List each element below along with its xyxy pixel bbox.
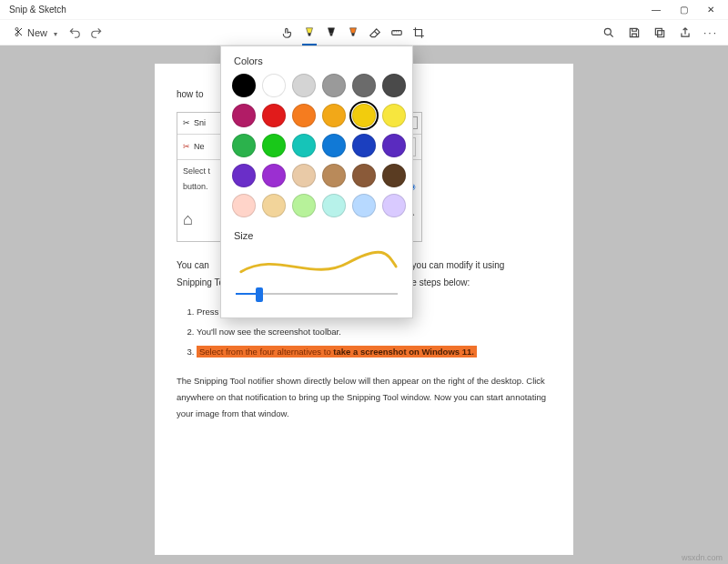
svg-rect-3 bbox=[655, 28, 662, 35]
window-controls: — ▢ ✕ bbox=[642, 1, 724, 19]
step3-pre: Select from the four alternatives to bbox=[199, 347, 333, 357]
card-row2-text: Ne bbox=[194, 139, 205, 155]
ruler-icon bbox=[390, 26, 403, 39]
color-swatch[interactable] bbox=[232, 194, 256, 217]
step3-bold: take a screenshot on Windows 11. bbox=[333, 347, 474, 357]
color-swatch[interactable] bbox=[382, 104, 406, 127]
svg-rect-0 bbox=[391, 30, 401, 35]
watermark-text: wsxdn.com bbox=[682, 553, 723, 562]
scissors-small-icon: ✂ bbox=[183, 116, 190, 131]
scissors-icon bbox=[13, 26, 24, 39]
paragraph-2: The Snipping Tool notifier shown directl… bbox=[177, 373, 551, 422]
color-swatch[interactable] bbox=[352, 74, 376, 97]
maximize-button[interactable]: ▢ bbox=[670, 1, 697, 19]
color-swatch[interactable] bbox=[382, 134, 406, 157]
color-swatch[interactable] bbox=[292, 74, 316, 97]
highlighter-yellow-button[interactable] bbox=[299, 23, 319, 43]
touch-write-icon bbox=[281, 26, 294, 39]
color-swatch[interactable] bbox=[382, 74, 406, 97]
color-swatch[interactable] bbox=[262, 104, 286, 127]
toolbar-center bbox=[108, 23, 597, 43]
touch-write-button[interactable] bbox=[278, 23, 298, 43]
share-button[interactable] bbox=[675, 23, 695, 43]
crop-button[interactable] bbox=[409, 23, 429, 43]
color-swatch[interactable] bbox=[322, 194, 346, 217]
color-swatch[interactable] bbox=[322, 74, 346, 97]
color-swatch[interactable] bbox=[382, 194, 406, 217]
size-slider[interactable] bbox=[232, 285, 401, 303]
ruler-button[interactable] bbox=[387, 23, 407, 43]
colors-label: Colors bbox=[234, 55, 401, 66]
eraser-button[interactable] bbox=[365, 23, 385, 43]
title-bar: Snip & Sketch — ▢ ✕ bbox=[0, 0, 728, 20]
step-3: Select from the four alternatives to tak… bbox=[197, 344, 551, 360]
color-swatch[interactable] bbox=[322, 134, 346, 157]
chevron-down-icon bbox=[51, 27, 57, 38]
color-swatch[interactable] bbox=[292, 194, 316, 217]
more-icon: ··· bbox=[703, 26, 718, 39]
zoom-button[interactable] bbox=[599, 23, 619, 43]
step2-text: You'll now see the screenshot toolbar. bbox=[197, 327, 341, 337]
highlighter-yellow-icon bbox=[303, 26, 316, 39]
color-swatch[interactable] bbox=[232, 134, 256, 157]
app-window: Snip & Sketch — ▢ ✕ New bbox=[0, 0, 728, 564]
color-swatch[interactable] bbox=[352, 134, 376, 157]
redo-button[interactable] bbox=[86, 23, 106, 43]
save-icon bbox=[628, 26, 641, 39]
scissors-small-icon: ✂ bbox=[183, 139, 190, 155]
highlighter-black-icon bbox=[325, 26, 338, 39]
color-swatch[interactable] bbox=[352, 194, 376, 217]
new-button-label: New bbox=[27, 27, 47, 38]
slider-thumb[interactable] bbox=[256, 287, 263, 302]
color-swatch[interactable] bbox=[322, 104, 346, 127]
svg-point-1 bbox=[604, 28, 611, 35]
body-frag-1: You can bbox=[177, 260, 209, 270]
color-swatch[interactable] bbox=[262, 164, 286, 187]
color-swatch[interactable] bbox=[232, 164, 256, 187]
color-swatch[interactable] bbox=[352, 104, 376, 127]
share-icon bbox=[679, 26, 692, 39]
color-swatch[interactable] bbox=[232, 104, 256, 127]
color-swatch[interactable] bbox=[262, 74, 286, 97]
highlighter-black-button[interactable] bbox=[321, 23, 341, 43]
color-swatch[interactable] bbox=[262, 194, 286, 217]
undo-button[interactable] bbox=[65, 23, 85, 43]
card-desc-2: button. bbox=[183, 182, 208, 191]
close-button[interactable]: ✕ bbox=[697, 1, 724, 19]
color-swatch[interactable] bbox=[352, 164, 376, 187]
minimize-button[interactable]: — bbox=[642, 1, 670, 19]
copy-icon bbox=[653, 26, 666, 39]
size-label: Size bbox=[234, 230, 401, 241]
toolbar-right: ··· bbox=[599, 23, 721, 43]
color-swatch[interactable] bbox=[382, 164, 406, 187]
windows-logo-icon: ⌂ bbox=[183, 210, 193, 228]
more-button[interactable]: ··· bbox=[701, 23, 721, 43]
color-swatch[interactable] bbox=[292, 164, 316, 187]
toolbar-left: New bbox=[7, 23, 106, 43]
color-swatch[interactable] bbox=[292, 134, 316, 157]
eraser-icon bbox=[369, 26, 381, 39]
step1-pre: Press bbox=[197, 307, 221, 317]
step-2: You'll now see the screenshot toolbar. bbox=[197, 324, 551, 340]
highlighter-orange-icon bbox=[347, 26, 359, 39]
color-swatch-grid bbox=[232, 74, 401, 217]
color-swatch[interactable] bbox=[232, 74, 256, 97]
svg-rect-2 bbox=[658, 30, 664, 36]
card-row1-text: Sni bbox=[194, 116, 206, 131]
save-button[interactable] bbox=[624, 23, 644, 43]
card-desc-1: Select t bbox=[183, 166, 210, 176]
step3-highlight: Select from the four alternatives to tak… bbox=[197, 346, 477, 358]
copy-button[interactable] bbox=[650, 23, 670, 43]
zoom-icon bbox=[602, 26, 615, 39]
main-toolbar: New bbox=[0, 20, 728, 45]
new-button[interactable]: New bbox=[7, 23, 63, 43]
color-picker-popup: Colors Size bbox=[220, 45, 413, 318]
window-title: Snip & Sketch bbox=[9, 5, 66, 15]
stroke-size-preview bbox=[232, 248, 401, 279]
color-swatch[interactable] bbox=[292, 104, 316, 127]
highlighter-orange-button[interactable] bbox=[343, 23, 363, 43]
color-swatch[interactable] bbox=[262, 134, 286, 157]
color-swatch[interactable] bbox=[322, 164, 346, 187]
crop-icon bbox=[412, 26, 425, 39]
